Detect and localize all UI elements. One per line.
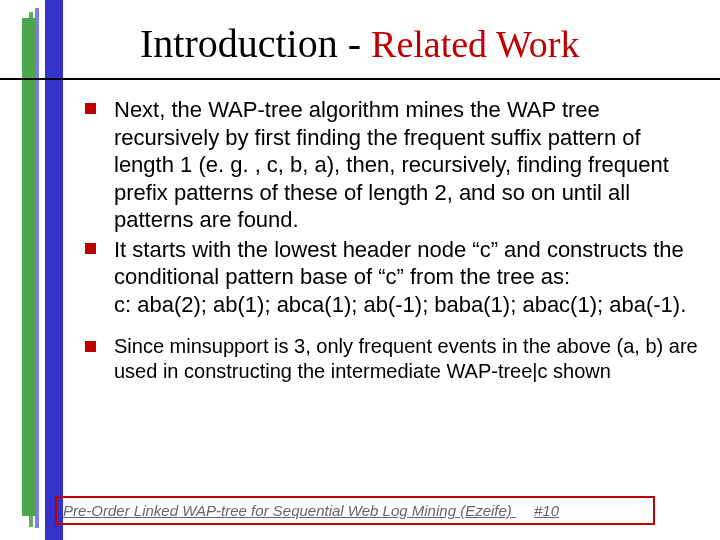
bullet-text: Next, the WAP-tree algorithm mines the W…	[114, 96, 705, 234]
list-item: It starts with the lowest header node “c…	[85, 236, 705, 319]
page-number: #10	[534, 502, 559, 519]
square-bullet-icon	[85, 341, 96, 352]
deco-bar	[22, 18, 36, 516]
list-item: Since minsupport is 3, only frequent eve…	[85, 334, 705, 384]
title-underline	[0, 78, 720, 80]
square-bullet-icon	[85, 103, 96, 114]
content-area: Next, the WAP-tree algorithm mines the W…	[85, 96, 705, 386]
slide-title: Introduction - Related Work	[140, 20, 700, 67]
footer-box: Pre-Order Linked WAP-tree for Sequential…	[55, 496, 655, 525]
title-part2: Related Work	[371, 23, 579, 65]
deco-bar	[45, 0, 63, 540]
footer-text: Pre-Order Linked WAP-tree for Sequential…	[63, 502, 512, 519]
bullet-text: It starts with the lowest header node “c…	[114, 236, 705, 319]
list-item: Next, the WAP-tree algorithm mines the W…	[85, 96, 705, 234]
bullet-text: Since minsupport is 3, only frequent eve…	[114, 334, 705, 384]
title-part1: Introduction -	[140, 21, 371, 66]
square-bullet-icon	[85, 243, 96, 254]
side-decoration	[22, 0, 64, 540]
